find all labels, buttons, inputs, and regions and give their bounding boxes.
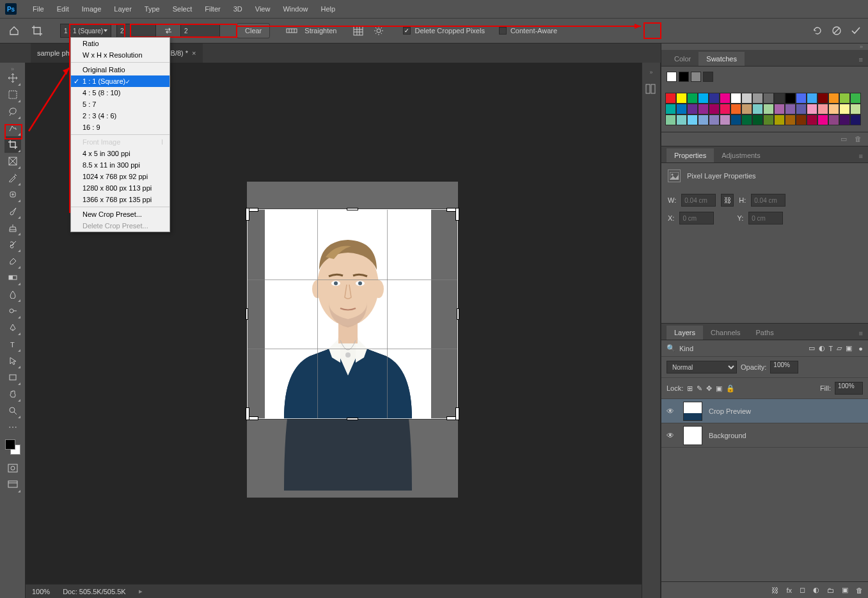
- history-brush-tool[interactable]: [4, 236, 21, 253]
- ratio-option[interactable]: 4 : 5 (8 : 10): [71, 87, 170, 98]
- layer-thumbnail[interactable]: [683, 402, 702, 421]
- ratio-option[interactable]: Front ImageI: [71, 136, 170, 148]
- swatch[interactable]: [850, 93, 861, 104]
- delete-swatch-icon[interactable]: 🗑: [855, 135, 862, 143]
- swatch[interactable]: [720, 114, 730, 125]
- lock-artboard-icon[interactable]: ▣: [716, 384, 722, 393]
- swatch[interactable]: [785, 104, 796, 114]
- width-input[interactable]: 0.04 cm: [681, 194, 716, 207]
- frame-tool[interactable]: [4, 153, 21, 169]
- shape-tool[interactable]: [4, 369, 21, 386]
- tab-color[interactable]: Color: [667, 52, 698, 66]
- content-aware-checkbox[interactable]: Content-Aware: [499, 27, 557, 35]
- swatch[interactable]: [807, 93, 817, 104]
- lasso-tool[interactable]: [4, 103, 21, 120]
- swatch[interactable]: [839, 104, 850, 114]
- layer-row[interactable]: 👁 Crop Preview: [661, 399, 868, 423]
- swatch[interactable]: [720, 93, 730, 104]
- layer-name[interactable]: Background: [709, 432, 746, 439]
- swatch[interactable]: [817, 93, 828, 104]
- clear-button[interactable]: Clear: [237, 23, 270, 38]
- swatch[interactable]: [785, 93, 796, 104]
- swatch[interactable]: [676, 93, 687, 104]
- move-tool[interactable]: [4, 70, 21, 86]
- swatch[interactable]: [698, 114, 709, 125]
- swatch[interactable]: [774, 93, 785, 104]
- ratio-option[interactable]: 8.5 x 11 in 300 ppi: [71, 159, 170, 171]
- cancel-crop-icon[interactable]: [830, 24, 844, 38]
- ratio-option[interactable]: 1024 x 768 px 92 ppi: [71, 171, 170, 182]
- color-swatches[interactable]: [5, 439, 20, 455]
- swatch[interactable]: [763, 104, 774, 114]
- link-wh-icon[interactable]: ⛓: [721, 194, 734, 207]
- swatch[interactable]: [676, 104, 687, 114]
- tab-channels[interactable]: Channels: [703, 326, 748, 340]
- crop-tool[interactable]: [4, 136, 21, 153]
- panel-menu-icon[interactable]: ≡: [854, 53, 868, 66]
- menu-help[interactable]: Help: [315, 0, 342, 18]
- menu-3d[interactable]: 3D: [227, 0, 249, 18]
- menu-layer[interactable]: Layer: [107, 0, 138, 18]
- menu-window[interactable]: Window: [276, 0, 314, 18]
- dock-icon[interactable]: [645, 83, 658, 96]
- lock-all-icon[interactable]: 🔒: [726, 384, 735, 393]
- height-input[interactable]: 0.04 cm: [751, 194, 785, 207]
- link-layers-icon[interactable]: ⛓: [771, 586, 778, 594]
- brush-tool[interactable]: [4, 203, 21, 219]
- dodge-tool[interactable]: [4, 303, 21, 319]
- filter-smart-icon[interactable]: ▣: [846, 344, 852, 352]
- zoom-tool[interactable]: [4, 402, 21, 419]
- swatch[interactable]: [665, 104, 676, 114]
- swatch[interactable]: [698, 93, 709, 104]
- tab-layers[interactable]: Layers: [667, 326, 703, 340]
- swatch[interactable]: [839, 114, 850, 125]
- filter-toggle-icon[interactable]: ●: [858, 345, 863, 352]
- gradient-tool[interactable]: [4, 269, 21, 286]
- crop-tool-preset-icon[interactable]: [28, 22, 46, 40]
- swatch[interactable]: [828, 104, 839, 114]
- blur-tool[interactable]: [4, 286, 21, 303]
- visibility-toggle-icon[interactable]: 👁: [667, 431, 677, 440]
- eraser-tool[interactable]: [4, 253, 21, 269]
- swatch[interactable]: [817, 104, 828, 114]
- filter-shape-icon[interactable]: ▱: [837, 344, 842, 352]
- straighten-label[interactable]: Straighten: [304, 27, 336, 35]
- visibility-toggle-icon[interactable]: 👁: [667, 407, 677, 416]
- delete-cropped-checkbox[interactable]: Delete Cropped Pixels: [403, 27, 484, 35]
- filter-type-icon[interactable]: T: [829, 345, 833, 352]
- menu-filter[interactable]: Filter: [198, 0, 226, 18]
- status-arrow-icon[interactable]: ▸: [139, 587, 143, 595]
- menu-edit[interactable]: Edit: [51, 0, 75, 18]
- layer-thumbnail[interactable]: [683, 426, 702, 445]
- ratio-option[interactable]: 4 x 5 in 300 ppi: [71, 148, 170, 159]
- screen-mode-icon[interactable]: [4, 476, 21, 493]
- menu-view[interactable]: View: [249, 0, 277, 18]
- tab-swatches[interactable]: Swatches: [698, 52, 745, 66]
- aspect-ratio-dropdown[interactable]: 1 : 1 (Square): [60, 24, 111, 38]
- swatch[interactable]: [850, 114, 861, 125]
- blend-mode-select[interactable]: Normal: [667, 361, 737, 374]
- swatch[interactable]: [774, 114, 785, 125]
- tab-adjustments[interactable]: Adjustments: [714, 148, 768, 162]
- lock-pixels-icon[interactable]: ✎: [697, 384, 702, 393]
- doc-size[interactable]: Doc: 505.5K/505.5K: [63, 588, 125, 595]
- swatch[interactable]: [665, 93, 676, 104]
- quick-select-tool[interactable]: [4, 120, 21, 136]
- menu-select[interactable]: Select: [166, 0, 199, 18]
- group-icon[interactable]: 🗀: [827, 586, 834, 594]
- menu-image[interactable]: Image: [75, 0, 108, 18]
- new-layer-icon[interactable]: ▣: [842, 586, 848, 594]
- ratio-option[interactable]: W x H x Resolution: [71, 49, 170, 61]
- swatch[interactable]: [687, 114, 698, 125]
- swatch[interactable]: [709, 104, 720, 114]
- swatch[interactable]: [709, 93, 720, 104]
- layer-row[interactable]: 👁 Background: [661, 423, 868, 448]
- swatch[interactable]: [698, 104, 709, 114]
- new-crop-preset[interactable]: New Crop Preset...: [71, 209, 170, 220]
- swap-dimensions-button[interactable]: [161, 24, 175, 38]
- ratio-option[interactable]: 16 : 9: [71, 122, 170, 133]
- layer-mask-icon[interactable]: ◻: [800, 586, 805, 594]
- adjustment-layer-icon[interactable]: ◐: [813, 586, 819, 594]
- reset-crop-icon[interactable]: [810, 24, 825, 38]
- swatch[interactable]: [741, 93, 752, 104]
